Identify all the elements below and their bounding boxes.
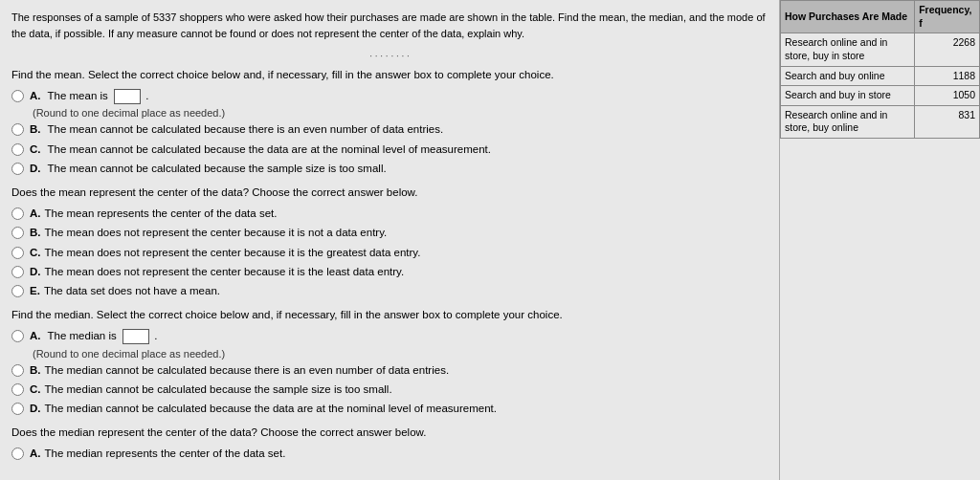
table-col1-header: How Purchases Are Made	[781, 1, 915, 33]
mean-center-option-b: B.The mean does not represent the center…	[11, 225, 768, 241]
median-center-option-a: A.The median represents the center of th…	[11, 446, 768, 462]
mean-opt-b-key: B.	[30, 123, 41, 135]
mean-center-option-a: A.The mean represents the center of the …	[11, 206, 768, 222]
median-radio-c[interactable]	[11, 383, 24, 396]
median-opt-d-text: The median cannot be calculated because …	[45, 403, 497, 414]
mean-opt-a-text: The mean is	[48, 90, 111, 101]
mean-center-option-d: D.The mean does not represent the center…	[11, 264, 768, 280]
mean-center-radio-c[interactable]	[11, 247, 24, 259]
mean-opt-c-text: The mean cannot be calculated because th…	[48, 143, 491, 155]
table-cell-freq: 831	[915, 105, 980, 138]
table-row: Search and buy online1188	[781, 66, 980, 86]
mean-radio-b[interactable]	[11, 123, 24, 136]
mean-center-a-text: The mean represents the center of the da…	[45, 207, 278, 219]
median-option-b: B.The median cannot be calculated becaus…	[11, 362, 768, 379]
mean-option-a: A. The mean is .	[11, 88, 768, 104]
median-opt-a-text: The median is	[48, 330, 120, 341]
find-median-label: Find the median. Select the correct choi…	[11, 309, 768, 320]
mean-answer-box[interactable]	[114, 89, 141, 104]
mean-center-radio-d[interactable]	[11, 266, 24, 278]
mean-center-radio-e[interactable]	[11, 285, 24, 297]
table-cell-freq: 1050	[915, 86, 980, 106]
table-cell-freq: 1188	[915, 66, 980, 86]
find-mean-label: Find the mean. Select the correct choice…	[11, 69, 768, 80]
median-answer-box[interactable]	[122, 329, 149, 344]
right-panel: How Purchases Are Made Frequency, f Rese…	[779, 0, 980, 480]
mean-opt-a-sub: (Round to one decimal place as needed.)	[33, 107, 768, 119]
table-row: Search and buy in store1050	[781, 86, 980, 106]
intro-text: The responses of a sample of 5337 shoppe…	[11, 10, 768, 41]
left-panel: The responses of a sample of 5337 shoppe…	[0, 0, 779, 480]
mean-center-e-text: The data set does not have a mean.	[44, 285, 220, 296]
median-opt-b-text: The median cannot be calculated because …	[45, 364, 450, 376]
median-option-d: D.The median cannot be calculated becaus…	[11, 401, 768, 417]
median-radio-a[interactable]	[11, 330, 24, 342]
median-radio-d[interactable]	[11, 403, 24, 415]
median-option-c: C.The median cannot be calculated becaus…	[11, 382, 768, 398]
mean-opt-a-key: A.	[30, 90, 41, 101]
mean-option-c: C. The mean cannot be calculated because…	[11, 142, 768, 158]
mean-radio-c[interactable]	[11, 143, 24, 156]
table-cell-label: Search and buy online	[781, 66, 915, 86]
median-opt-c-text: The median cannot be calculated because …	[45, 383, 392, 395]
median-center-radio-a[interactable]	[11, 447, 24, 460]
median-option-a: A. The median is .	[11, 328, 768, 344]
mean-center-label: Does the mean represent the center of th…	[11, 186, 768, 198]
table-row: Research online and in store, buy online…	[781, 105, 980, 138]
table-cell-label: Search and buy in store	[781, 86, 915, 106]
mean-opt-c-key: C.	[30, 143, 41, 155]
median-center-label: Does the median represent the center of …	[11, 426, 768, 438]
mean-opt-b-text: The mean cannot be calculated because th…	[48, 123, 444, 135]
mean-center-b-text: The mean does not represent the center b…	[45, 227, 388, 238]
mean-center-c-text: The mean does not represent the center b…	[45, 247, 421, 258]
mean-center-radio-b[interactable]	[11, 227, 24, 239]
purchases-table: How Purchases Are Made Frequency, f Rese…	[780, 0, 980, 139]
mean-option-b: B. The mean cannot be calculated because…	[11, 121, 768, 138]
mean-radio-d[interactable]	[11, 163, 24, 175]
median-radio-b[interactable]	[11, 364, 24, 377]
median-center-a-text: The median represents the center of the …	[45, 447, 286, 459]
mean-radio-a[interactable]	[11, 90, 24, 102]
table-col2-header: Frequency, f	[915, 1, 980, 33]
table-cell-label: Research online and in store, buy online	[781, 105, 915, 138]
dots-divider: · · · · · · · ·	[11, 51, 768, 61]
mean-center-option-c: C.The mean does not represent the center…	[11, 245, 768, 261]
mean-center-d-text: The mean does not represent the center b…	[45, 266, 405, 277]
mean-center-radio-a[interactable]	[11, 207, 24, 220]
table-cell-label: Research online and in store, buy in sto…	[781, 33, 915, 66]
mean-center-option-e: E.The data set does not have a mean.	[11, 283, 768, 299]
table-cell-freq: 2268	[915, 33, 980, 66]
median-opt-a-sub: (Round to one decimal place as needed.)	[33, 348, 768, 360]
mean-option-d: D. The mean cannot be calculated because…	[11, 161, 768, 177]
table-row: Research online and in store, buy in sto…	[781, 33, 980, 66]
main-container: The responses of a sample of 5337 shoppe…	[0, 0, 980, 480]
mean-opt-a-period: .	[145, 90, 148, 101]
mean-opt-d-text: The mean cannot be calculated because th…	[48, 163, 387, 174]
mean-opt-d-key: D.	[30, 163, 41, 174]
